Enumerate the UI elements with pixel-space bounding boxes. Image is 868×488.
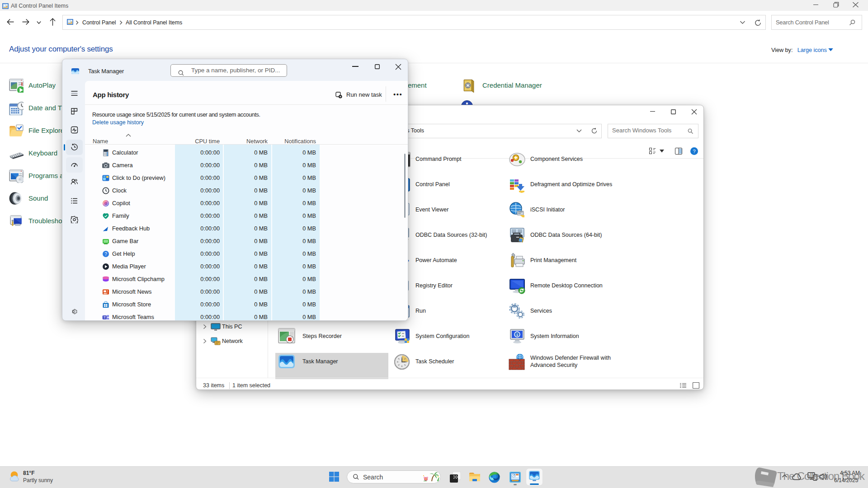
svg-text:T: T bbox=[104, 315, 106, 319]
svg-text:?: ? bbox=[693, 149, 695, 154]
svg-text:?: ? bbox=[104, 252, 107, 257]
